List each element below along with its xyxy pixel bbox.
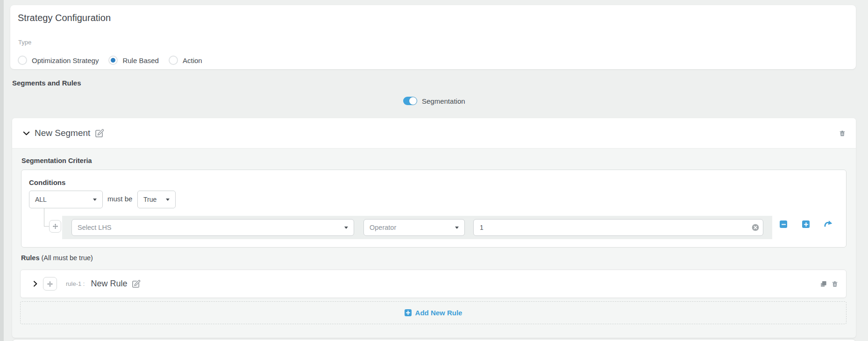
segmentation-toggle-label: Segmentation bbox=[422, 97, 465, 105]
truth-value: True bbox=[143, 196, 166, 203]
rule-actions bbox=[820, 280, 838, 288]
add-new-rule-label: Add New Rule bbox=[415, 309, 462, 317]
segment-name: New Segment bbox=[35, 128, 90, 138]
rule-drag-handle[interactable] bbox=[43, 277, 57, 291]
remove-condition-button[interactable] bbox=[780, 220, 787, 228]
radio-label: Rule Based bbox=[122, 57, 159, 64]
segmentation-criteria-heading: Segmentation Criteria bbox=[21, 157, 92, 164]
chevron-right-icon[interactable] bbox=[32, 280, 39, 288]
add-new-rule-inner: Add New Rule bbox=[405, 309, 462, 317]
rule-name: New Rule bbox=[91, 279, 127, 289]
clear-value-icon[interactable] bbox=[752, 224, 759, 231]
delete-rule-trash-icon[interactable] bbox=[832, 280, 838, 288]
combinator-select[interactable]: ALL bbox=[29, 191, 103, 208]
operator-select[interactable]: Operator bbox=[363, 219, 465, 236]
move-icon bbox=[47, 281, 53, 287]
segmentation-toggle[interactable] bbox=[403, 97, 417, 105]
toggle-knob-icon bbox=[409, 97, 417, 105]
chevron-down-icon bbox=[166, 199, 170, 201]
condition-actions bbox=[780, 220, 833, 229]
add-subgroup-button[interactable] bbox=[824, 220, 833, 229]
radio-icon bbox=[169, 56, 178, 65]
operator-placeholder: Operator bbox=[370, 224, 455, 231]
radio-optimization-strategy[interactable]: Optimization Strategy bbox=[18, 56, 99, 65]
condition-value-input[interactable] bbox=[473, 219, 763, 236]
must-be-label: must be bbox=[107, 195, 132, 203]
lhs-select[interactable]: Select LHS bbox=[71, 219, 354, 236]
segmentation-toggle-row: Segmentation bbox=[403, 97, 465, 105]
add-new-rule-button[interactable]: Add New Rule bbox=[20, 301, 847, 324]
conditions-box: Conditions ALL must be True Select LHS O… bbox=[21, 170, 847, 248]
minus-icon bbox=[782, 222, 786, 227]
tree-connector-vertical bbox=[44, 208, 44, 227]
rules-heading-suffix-text: (All must be true) bbox=[42, 254, 93, 262]
page-title: Strategy Configuration bbox=[18, 13, 111, 23]
combinator-value: ALL bbox=[35, 196, 93, 203]
segment-card: New Segment Segmentation Criteria Condit… bbox=[12, 118, 856, 338]
rules-heading-main: Rules bbox=[21, 254, 40, 262]
truth-value-select[interactable]: True bbox=[137, 191, 176, 208]
copy-rule-icon[interactable] bbox=[820, 280, 827, 288]
radio-label: Optimization Strategy bbox=[32, 57, 99, 64]
rule-row: rule-1 : New Rule bbox=[20, 270, 847, 298]
strategy-type-radio-group: Optimization Strategy Rule Based Action bbox=[18, 56, 212, 65]
radio-icon bbox=[108, 56, 118, 65]
chevron-down-icon bbox=[455, 227, 459, 229]
edit-rule-name-icon[interactable] bbox=[131, 279, 141, 289]
plus-icon bbox=[804, 222, 808, 227]
plus-square-icon bbox=[405, 309, 412, 316]
chevron-down-icon bbox=[93, 199, 97, 201]
chevron-down-icon[interactable] bbox=[22, 129, 30, 137]
condition-drag-handle[interactable] bbox=[49, 220, 61, 233]
segment-header: New Segment bbox=[12, 118, 856, 149]
curved-arrow-icon bbox=[824, 220, 833, 229]
chevron-down-icon bbox=[344, 227, 348, 229]
delete-segment-trash-icon[interactable] bbox=[839, 130, 846, 137]
condition-row: Select LHS Operator bbox=[62, 216, 772, 239]
rules-heading: Rules (All must be true) bbox=[21, 254, 93, 262]
lhs-placeholder: Select LHS bbox=[78, 224, 344, 231]
radio-rule-based[interactable]: Rule Based bbox=[108, 56, 159, 65]
conditions-heading: Conditions bbox=[29, 178, 65, 186]
page-left-edge bbox=[0, 0, 4, 341]
radio-label: Action bbox=[183, 57, 202, 64]
strategy-configuration-card: Strategy Configuration Type Optimization… bbox=[10, 5, 856, 69]
radio-action[interactable]: Action bbox=[169, 56, 202, 65]
add-condition-button[interactable] bbox=[802, 220, 810, 228]
radio-icon bbox=[18, 56, 27, 65]
segments-and-rules-heading: Segments and Rules bbox=[12, 79, 81, 87]
condition-value-wrap bbox=[473, 219, 763, 236]
move-icon bbox=[52, 223, 58, 229]
type-label: Type bbox=[18, 39, 31, 46]
rule-id-label: rule-1 : bbox=[66, 280, 85, 287]
edit-segment-name-icon[interactable] bbox=[94, 128, 104, 138]
